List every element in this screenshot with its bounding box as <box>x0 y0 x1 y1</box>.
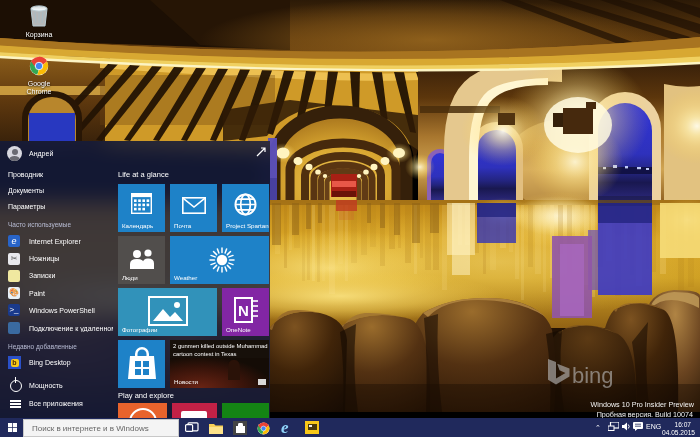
svg-text:Windows 10 Pro Insider Preview: Windows 10 Pro Insider Preview <box>591 400 695 409</box>
svg-text:bing: bing <box>572 363 614 388</box>
svg-text:N: N <box>238 302 249 319</box>
